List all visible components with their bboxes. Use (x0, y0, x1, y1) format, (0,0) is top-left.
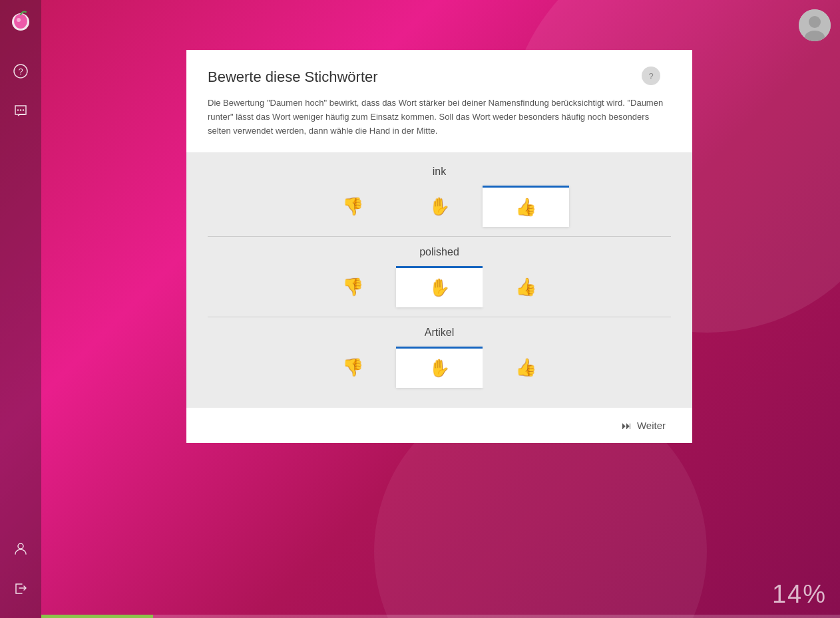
artikel-neutral-button[interactable]: ✋ (396, 347, 483, 388)
thumbs-up-icon: 👍 (515, 357, 536, 378)
weiter-button[interactable]: ⏭ Weiter (616, 417, 671, 434)
polished-thumbs-down-button[interactable]: 👎 (310, 266, 396, 307)
neutral-hand-icon: ✋ (429, 358, 450, 379)
card-footer: ⏭ Weiter (186, 408, 692, 443)
keyword-section-ink: ink 👎 ✋ 👍 (208, 166, 671, 227)
svg-point-5 (17, 109, 19, 110)
polished-thumbs-up-button[interactable]: 👍 (483, 266, 569, 307)
neutral-hand-icon: ✋ (429, 196, 450, 217)
card-body: ink 👎 ✋ 👍 polished 👎 (186, 152, 692, 408)
svg-point-2 (17, 18, 21, 22)
sidebar-logo[interactable] (0, 0, 41, 41)
artikel-thumbs-up-button[interactable]: 👍 (483, 347, 569, 388)
keyword-section-polished: polished 👎 ✋ 👍 (208, 246, 671, 307)
thumbs-down-icon: 👎 (342, 277, 363, 297)
sidebar-item-chat[interactable] (0, 94, 41, 128)
svg-point-8 (18, 543, 23, 549)
sidebar-item-logout[interactable] (0, 571, 41, 605)
sidebar-item-profile[interactable] (0, 532, 41, 565)
chat-icon (13, 104, 28, 118)
svg-point-7 (23, 109, 24, 110)
rating-row-artikel: 👎 ✋ 👍 (208, 347, 671, 388)
card-header: Bewerte diese Stichwörter Die Bewertung … (186, 50, 692, 152)
rating-row-polished: 👎 ✋ 👍 (208, 266, 671, 307)
card-title: Bewerte diese Stichwörter (208, 69, 671, 86)
card-help-button[interactable]: ? (642, 67, 660, 85)
sidebar: ? (0, 0, 41, 618)
divider-1 (208, 236, 671, 237)
weiter-icon: ⏭ (622, 420, 632, 431)
ink-neutral-button[interactable]: ✋ (396, 186, 483, 227)
thumbs-down-icon: 👎 (342, 196, 363, 217)
progress-label: 14% (772, 580, 827, 609)
divider-2 (208, 317, 671, 317)
main-card: Bewerte diese Stichwörter Die Bewertung … (186, 50, 692, 443)
logout-icon (13, 581, 28, 595)
ink-thumbs-down-button[interactable]: 👎 (310, 186, 396, 227)
progress-bar-fill (41, 615, 153, 618)
svg-text:?: ? (18, 67, 23, 77)
sidebar-bottom (0, 532, 41, 618)
polished-neutral-button[interactable]: ✋ (396, 266, 483, 307)
logo-icon (9, 9, 32, 32)
progress-bar-container (41, 615, 840, 618)
keyword-label-polished: polished (208, 246, 671, 258)
avatar-icon (799, 9, 831, 41)
thumbs-down-icon: 👎 (342, 357, 363, 378)
avatar[interactable] (799, 9, 831, 41)
card-description: Die Bewertung "Daumen hoch" bewirkt, das… (208, 96, 671, 138)
keyword-label-ink: ink (208, 166, 671, 178)
sidebar-nav: ? (0, 55, 41, 532)
help-icon: ? (13, 64, 28, 78)
artikel-thumbs-down-button[interactable]: 👎 (310, 347, 396, 388)
svg-point-6 (20, 109, 21, 110)
rating-row-ink: 👎 ✋ 👍 (208, 186, 671, 227)
thumbs-up-icon: 👍 (515, 277, 536, 297)
neutral-hand-icon: ✋ (429, 277, 450, 298)
thumbs-up-icon: 👍 (515, 197, 536, 218)
ink-thumbs-up-button[interactable]: 👍 (483, 186, 569, 227)
weiter-label: Weiter (637, 420, 666, 431)
sidebar-item-help[interactable]: ? (0, 55, 41, 88)
svg-point-10 (809, 16, 821, 28)
keyword-section-artikel: Artikel 👎 ✋ 👍 (208, 327, 671, 388)
profile-icon (13, 541, 28, 555)
svg-point-1 (14, 14, 27, 29)
keyword-label-artikel: Artikel (208, 327, 671, 339)
card-help-icon: ? (648, 71, 653, 81)
